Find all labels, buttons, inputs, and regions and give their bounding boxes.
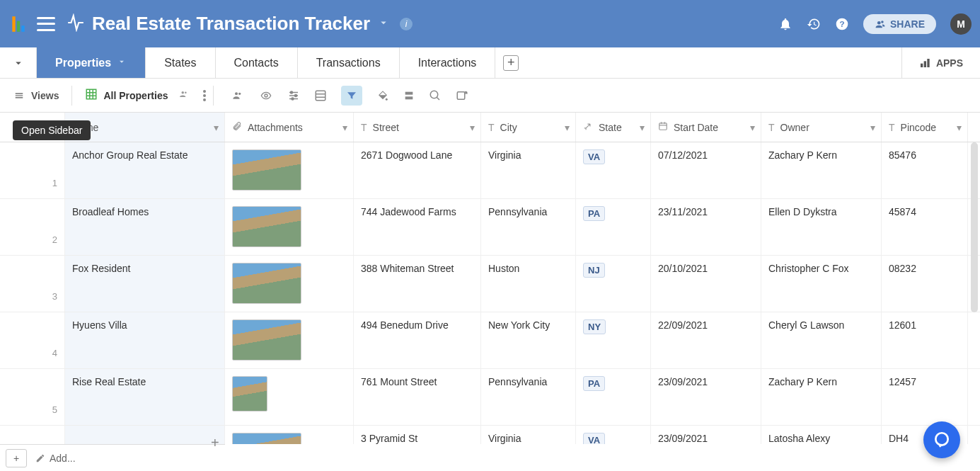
col-pincode[interactable]: TPincode▾ (882, 113, 968, 142)
cell-owner[interactable]: Latosha Alexy (761, 426, 882, 444)
cell-city[interactable]: Pennsylvania (481, 369, 576, 425)
cell-name[interactable]: Fox Resident (65, 256, 225, 312)
cell-city[interactable]: New York City (481, 312, 576, 368)
cell-state[interactable]: PA (576, 199, 651, 255)
attachment-thumb[interactable] (232, 319, 301, 361)
add-row-label[interactable]: Add... (35, 453, 76, 464)
cell-city[interactable]: Virginia (481, 426, 576, 444)
cell-street[interactable]: 761 Mount Street (354, 369, 481, 425)
cell-attachment[interactable] (225, 142, 354, 198)
cell-start-date[interactable]: 20/10/2021 (651, 256, 761, 312)
row-height-icon[interactable] (403, 90, 415, 101)
cell-start-date[interactable]: 22/09/2021 (651, 312, 761, 368)
list-layout-icon[interactable] (314, 89, 327, 102)
cell-street[interactable]: 494 Benedum Drive (354, 312, 481, 368)
cell-attachment[interactable] (225, 312, 354, 368)
state-badge[interactable]: PA (583, 206, 605, 221)
apps-button[interactable]: APPS (901, 47, 980, 78)
info-icon[interactable]: i (400, 18, 413, 30)
cell-street[interactable]: 744 Jadewood Farms (354, 199, 481, 255)
cell-start-date[interactable]: 07/12/2021 (651, 142, 761, 198)
col-state[interactable]: State▾ (576, 113, 651, 142)
cell-pincode[interactable]: 12601 (882, 312, 968, 368)
cell-street[interactable]: 2671 Dogwood Lane (354, 142, 481, 198)
cell-pincode[interactable]: 45874 (882, 199, 968, 255)
col-city[interactable]: TCity▾ (481, 113, 576, 142)
chat-button[interactable] (923, 421, 960, 458)
cell-name[interactable]: Rise Real Estate (65, 369, 225, 425)
user-avatar[interactable]: M (950, 13, 972, 35)
cell-start-date[interactable]: 23/09/2021 (651, 369, 761, 425)
cell-city[interactable]: Virginia (481, 142, 576, 198)
cell-state[interactable]: NJ (576, 256, 651, 312)
cell-attachment[interactable] (225, 256, 354, 312)
notifications-icon[interactable] (778, 17, 792, 31)
cell-owner[interactable]: Cheryl G Lawson (761, 312, 882, 368)
cell-city[interactable]: Huston (481, 256, 576, 312)
tab-contacts[interactable]: Contacts (216, 47, 298, 78)
filter-icon[interactable] (341, 86, 362, 106)
cell-owner[interactable]: Zachary P Kern (761, 142, 882, 198)
state-badge[interactable]: PA (583, 376, 605, 391)
current-view-chip[interactable]: All Properties (79, 85, 196, 106)
cell-name[interactable] (65, 426, 225, 444)
sidebar-toggle[interactable] (0, 47, 37, 78)
cell-attachment[interactable] (225, 199, 354, 255)
attachment-thumb[interactable] (232, 149, 301, 191)
more-icon[interactable] (203, 90, 206, 101)
plus-icon[interactable]: + (211, 435, 225, 449)
menu-icon[interactable] (37, 17, 55, 31)
search-icon[interactable] (429, 89, 442, 102)
cell-pincode[interactable]: 08232 (882, 256, 968, 312)
table-row[interactable]: 3 Pyramid StVirginiaVA23/09/2021Latosha … (0, 426, 980, 444)
cell-attachment[interactable] (225, 369, 354, 425)
col-owner[interactable]: TOwner▾ (761, 113, 882, 142)
tab-transactions[interactable]: Transactions (298, 47, 400, 78)
attachment-thumb[interactable] (232, 263, 301, 304)
scrollbar[interactable] (971, 142, 978, 312)
table-row[interactable]: 1Anchor Group Real Estate2671 Dogwood La… (0, 142, 980, 199)
cell-street[interactable]: 3 Pyramid St (354, 426, 481, 444)
state-badge[interactable]: VA (583, 433, 605, 444)
state-badge[interactable]: VA (583, 149, 605, 164)
attachment-thumb[interactable] (232, 433, 301, 444)
tab-properties[interactable]: Properties (37, 47, 146, 78)
tab-states[interactable]: States (146, 47, 215, 78)
state-badge[interactable]: NY (583, 319, 606, 334)
cell-pincode[interactable]: 85476 (882, 142, 968, 198)
cell-name[interactable]: Anchor Group Real Estate (65, 142, 225, 198)
add-tab-button[interactable]: + (495, 47, 526, 78)
tab-interactions[interactable]: Interactions (400, 47, 496, 78)
cell-state[interactable]: VA (576, 426, 651, 444)
table-row[interactable]: 5Rise Real Estate761 Mount StreetPennsyl… (0, 369, 980, 426)
paint-icon[interactable] (376, 89, 389, 102)
col-street[interactable]: TStreet▾ (354, 113, 481, 142)
views-menu-button[interactable]: Views (7, 87, 64, 104)
cell-city[interactable]: Pennsylvania (481, 199, 576, 255)
attachment-thumb[interactable] (232, 206, 301, 247)
cell-state[interactable]: NY (576, 312, 651, 368)
export-icon[interactable] (456, 89, 468, 102)
cell-attachment[interactable] (225, 426, 354, 444)
cell-owner[interactable]: Christopher C Fox (761, 256, 882, 312)
cell-state[interactable]: PA (576, 369, 651, 425)
add-row-button[interactable]: + (6, 449, 27, 467)
table-row[interactable]: 3Fox Resident388 Whiteman StreetHustonNJ… (0, 256, 980, 312)
cell-street[interactable]: 388 Whiteman Street (354, 256, 481, 312)
cell-owner[interactable]: Ellen D Dykstra (761, 199, 882, 255)
share-button[interactable]: SHARE (863, 14, 936, 34)
cell-owner[interactable]: Zachary P Kern (761, 369, 882, 425)
title-dropdown-icon[interactable] (377, 16, 390, 31)
table-row[interactable]: 4Hyuens Villa494 Benedum DriveNew York C… (0, 312, 980, 369)
cell-start-date[interactable]: 23/11/2021 (651, 199, 761, 255)
hide-icon[interactable] (259, 90, 273, 101)
cell-start-date[interactable]: 23/09/2021 (651, 426, 761, 444)
people-icon[interactable] (231, 90, 245, 101)
settings-sliders-icon[interactable] (287, 89, 300, 102)
cell-state[interactable]: VA (576, 142, 651, 198)
state-badge[interactable]: NJ (583, 263, 605, 278)
col-attachments[interactable]: Attachments▾ (225, 113, 354, 142)
help-icon[interactable]: ? (835, 17, 849, 31)
col-start-date[interactable]: Start Date▾ (651, 113, 761, 142)
attachment-thumb[interactable] (232, 376, 267, 412)
